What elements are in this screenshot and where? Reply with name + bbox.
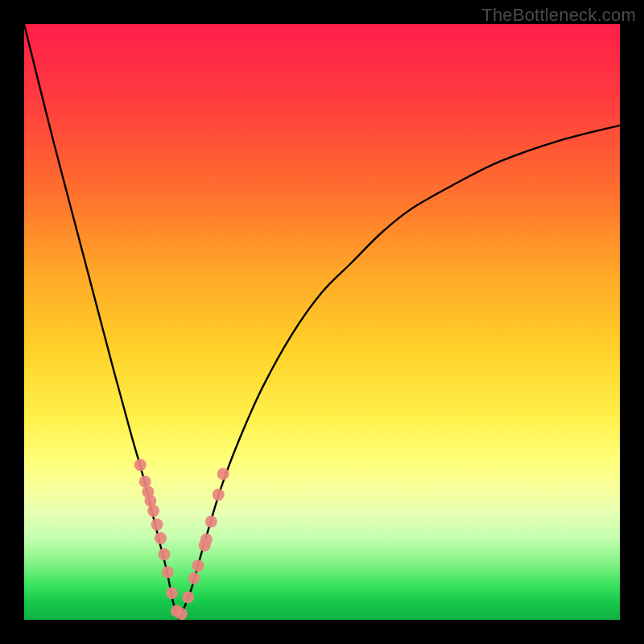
data-point [134, 459, 147, 471]
data-point-layer [24, 24, 620, 620]
data-point [217, 468, 229, 480]
plot-area [24, 24, 620, 620]
data-point [192, 559, 204, 572]
scatter-markers [134, 459, 229, 620]
stage: TheBottleneck.com [0, 0, 644, 644]
data-point [175, 608, 188, 620]
data-point [182, 591, 194, 603]
data-point [205, 515, 217, 527]
data-point [147, 505, 159, 517]
data-point [188, 572, 200, 584]
data-point [155, 532, 167, 544]
data-point [213, 489, 225, 501]
watermark-text: TheBottleneck.com [481, 5, 636, 26]
data-point [158, 548, 170, 560]
data-point [166, 587, 178, 599]
data-point [162, 566, 174, 578]
data-point [151, 518, 163, 530]
data-point [200, 534, 213, 546]
